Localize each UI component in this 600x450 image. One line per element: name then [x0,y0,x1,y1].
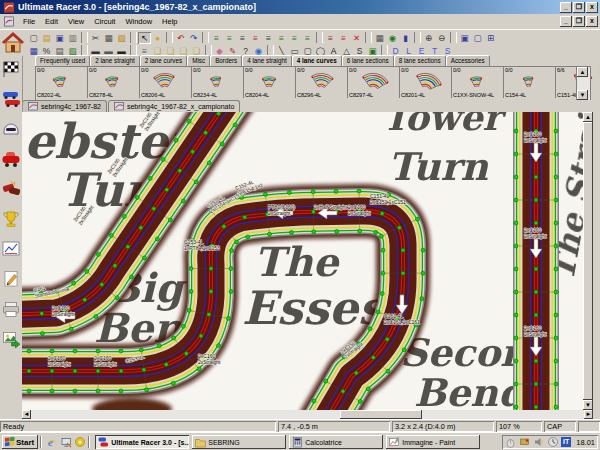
copy-button[interactable]: ▦ [102,32,115,44]
palette-item-c8296-4l[interactable]: 0/0C8296-4L [296,67,348,98]
language-indicator[interactable]: IT [561,437,571,447]
task-button-paint[interactable]: Immagine - Paint [386,435,480,449]
show-desktop-icon[interactable] [60,436,72,448]
snapshot-button[interactable]: ◉ [386,32,399,44]
palette-tab-2-lane-curves[interactable]: 2 lane curves [140,55,187,66]
delete-piece-tool[interactable]: ≡ [249,32,262,44]
menu-view[interactable]: View [63,15,89,28]
print-button[interactable]: ▥ [66,32,79,44]
scroll-down-icon[interactable]: ▼ [583,400,593,410]
save-file-button[interactable]: ▣ [53,32,66,44]
mdi-close-button[interactable]: x [586,16,598,27]
palette-item-c8278-4l[interactable]: 0/0C8278-4L [88,67,140,98]
pan-hand-tool[interactable]: ● [151,32,164,44]
open-file-button[interactable]: ▤ [40,32,53,44]
connect-track-tool[interactable]: ≡ [288,32,301,44]
tray-display-icon[interactable] [519,436,531,448]
horizontal-scrollbar[interactable]: ◄ ► [22,410,593,419]
minimize-button[interactable]: _ [560,2,572,13]
palette-item-c8234-4l[interactable]: 0/0C8234-4L [192,67,244,98]
scroll-down-icon[interactable]: ▼ [577,90,588,100]
palette-tab-2-lane-straight[interactable]: 2 lane straight [90,55,140,66]
fit-to-window-button[interactable]: ▣ [458,32,471,44]
insert-straight-tool[interactable]: ≡ [210,32,223,44]
palette-item-c8204-4l[interactable]: 0/0C8204-4L [244,67,296,98]
race-cars-icon[interactable] [1,88,21,110]
palette-item-c8206-4l[interactable]: 0/0C8206-4L [140,67,192,98]
cut-button[interactable]: ✂ [89,32,102,44]
doc-tab-sebring4c_1967-82[interactable]: sebring4c_1967-82 [22,100,107,112]
palette-tab-4-lane-straight[interactable]: 4 lane straight [242,55,292,66]
zoom-in-button[interactable]: ⊕ [422,32,435,44]
home-icon[interactable] [1,31,25,55]
scroll-up-icon[interactable]: ▲ [577,67,588,77]
palette-tab-frequently-used[interactable]: Frequently used [35,55,90,66]
palette-tab-4-lane-curves[interactable]: 4 lane curves [292,55,342,66]
palette-item-c154-4l[interactable]: 0/0C154-4L [504,67,556,98]
undo-button[interactable]: ↶ [174,32,187,44]
palette-tab-borders[interactable]: Borders [210,55,242,66]
clear-track-tool[interactable]: ✕ [350,32,363,44]
menu-circuit[interactable]: Circuit [89,15,120,28]
insert-curve-tool[interactable]: ≡ [223,32,236,44]
scheduler-icon[interactable] [547,436,559,448]
zoom-preview-button[interactable]: ▢ [471,32,484,44]
horizontal-scroll-thumb[interactable] [340,410,422,419]
volume-icon[interactable] [533,436,545,448]
zoom-out-button[interactable]: ⊖ [435,32,448,44]
race-flag-icon[interactable] [1,58,21,80]
palette-item-c8297-4l[interactable]: 0/0C8297-4L [348,67,400,98]
paste-button[interactable]: ▧ [115,32,128,44]
restore-button[interactable]: ❐ [573,2,585,13]
vertical-scrollbar[interactable]: ▲ ▼ [583,112,593,410]
task-button-ur[interactable]: Ultimate Racer 3.0 - [s... [95,435,189,449]
track-canvas[interactable]: ebsterTurnTowerTurnTheEssesBigBendinSeco… [22,112,583,410]
crash-icon[interactable] [1,178,21,200]
notes-icon[interactable] [1,268,21,290]
media-icon[interactable] [74,436,86,448]
palette-scrollbar[interactable]: ▲ ▼ [576,66,591,101]
task-button-calc[interactable]: Calcolatrice [289,435,383,449]
scroll-right-icon[interactable]: ► [584,410,593,419]
doc-tab-sebring4c_1967-82_x_campionato[interactable]: sebring4c_1967-82_x_campionato [108,100,240,112]
lane-section-tool[interactable]: ≡ [337,32,350,44]
analyze-track-tool[interactable]: ≡ [301,32,314,44]
menu-window[interactable]: Window [120,15,157,28]
redo-button[interactable]: ↷ [187,32,200,44]
title-bar[interactable]: Ultimate Racer 3.0 - [sebring4c_1967-82_… [0,0,600,14]
palette-item-c8201-4l[interactable]: 0/0C8201-4L [400,67,452,98]
replace-piece-tool[interactable]: ≡ [236,32,249,44]
new-file-button[interactable]: ▢ [27,32,40,44]
renumber-pieces-tool[interactable]: ≡ [275,32,288,44]
close-button[interactable]: x [586,2,598,13]
palette-tab-accessories[interactable]: Accessories [446,55,490,66]
tray-device-icon[interactable] [505,436,517,448]
mdi-restore-button[interactable]: ❐ [573,16,585,27]
helmet-icon[interactable] [1,118,21,140]
task-button-folder[interactable]: SEBRING [192,435,286,449]
blueprint-view-button[interactable]: ▮ [399,32,412,44]
move-piece-tool[interactable]: ≡ [262,32,275,44]
scroll-up-icon[interactable]: ▲ [583,112,593,122]
palette-item-c1xx-snow-4l[interactable]: 0/0C1XX-SNOW-4L [452,67,504,98]
full-extent-button[interactable]: ⊞ [484,32,497,44]
export-image-icon[interactable] [1,328,21,350]
power-section-tool[interactable]: ≡ [324,32,337,44]
palette-tab-misc[interactable]: Misc [187,55,210,66]
palette-tab-8-lane-sections[interactable]: 8 lane sections [394,55,446,66]
ie-icon[interactable]: e [46,436,58,448]
mdi-minimize-button[interactable]: _ [560,16,572,27]
race-car-red-icon[interactable] [1,148,21,170]
select-pointer-tool[interactable]: ↖ [138,32,151,44]
trophy-icon[interactable] [1,208,21,230]
stats-chart-icon[interactable] [1,238,21,260]
printer-icon[interactable] [1,298,21,320]
menu-help[interactable]: Help [157,15,182,28]
vertical-scroll-thumb[interactable] [583,122,593,400]
palette-item-c8202-4l[interactable]: 0/0C8202-4L [36,67,88,98]
palette-tab-6-lane-sections[interactable]: 6 lane sections [342,55,394,66]
menu-edit[interactable]: Edit [40,15,63,28]
parts-list-view-button[interactable]: ▦ [373,32,386,44]
start-button[interactable]: Start [2,435,38,449]
scroll-left-icon[interactable]: ◄ [22,410,31,419]
